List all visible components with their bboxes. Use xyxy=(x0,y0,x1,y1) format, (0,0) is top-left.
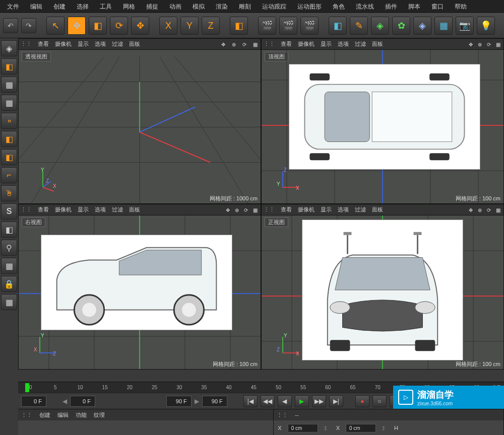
menu-snap[interactable]: 捕捉 xyxy=(141,1,163,13)
bp-menu-edit[interactable]: 编辑 xyxy=(57,411,69,419)
vp-menu-filter[interactable]: 过滤 xyxy=(355,206,366,213)
record-button[interactable]: ● xyxy=(355,395,369,407)
axis-y-button[interactable]: Y xyxy=(180,17,199,35)
coord-sys-button[interactable]: ◧ xyxy=(230,17,248,35)
scale-tool-button[interactable]: ◧ xyxy=(89,17,107,35)
vp-nav-icons[interactable]: ✥⊕⟳▦ xyxy=(465,41,501,47)
vp-menu-options[interactable]: 选项 xyxy=(95,206,106,213)
menu-render[interactable]: 渲染 xyxy=(211,1,233,13)
menu-pipeline[interactable]: 流水线 xyxy=(351,1,379,13)
vp-menu-display[interactable]: 显示 xyxy=(321,40,332,48)
spline-button[interactable]: ✎ xyxy=(350,17,368,35)
orbit-icon[interactable]: ⟳ xyxy=(485,207,492,213)
pan-icon[interactable]: ✥ xyxy=(467,207,474,213)
vp-menu-filter[interactable]: 过滤 xyxy=(112,206,123,213)
vp-menu-camera[interactable]: 摄像机 xyxy=(55,206,72,213)
tweak-button[interactable]: 🖱 xyxy=(1,185,17,201)
axis-button[interactable]: ⌐ xyxy=(1,167,17,183)
coord-x-input[interactable]: 0 cm xyxy=(288,424,318,432)
rotate-tool-button[interactable]: ⟳ xyxy=(110,17,128,35)
vp-nav-icons[interactable]: ✥ ⊕ ⟳ ▦ xyxy=(218,41,259,47)
vp-menu-panel[interactable]: 面板 xyxy=(129,40,140,48)
render-settings-button[interactable]: 🎬 xyxy=(279,17,297,35)
menu-edit[interactable]: 编辑 xyxy=(25,1,47,13)
menu-window[interactable]: 窗口 xyxy=(426,1,449,13)
stepper-icon[interactable]: ‡ xyxy=(324,425,330,431)
vp-menu-display[interactable]: 显示 xyxy=(321,206,332,213)
primitive-button[interactable]: ◧ xyxy=(329,17,347,35)
zoom-icon[interactable]: ⊕ xyxy=(476,207,483,213)
frame-end-field[interactable]: 90 F xyxy=(202,396,227,407)
max-icon[interactable]: ▦ xyxy=(494,207,501,213)
model-mode-button[interactable]: ◧ xyxy=(1,58,17,75)
magnet-button[interactable]: ⚲ xyxy=(1,240,17,256)
undo-button[interactable]: ↶ xyxy=(3,18,18,33)
snap-button[interactable]: S xyxy=(1,203,17,220)
vp-menu-camera[interactable]: 摄像机 xyxy=(298,40,314,48)
pan-icon[interactable]: ✥ xyxy=(224,207,231,213)
vp-menu-display[interactable]: 显示 xyxy=(78,206,89,213)
menu-create[interactable]: 创建 xyxy=(48,1,71,13)
pan-icon[interactable]: ✥ xyxy=(467,42,474,47)
viewport-top[interactable]: ⋮⋮ 查看 摄像机 显示 选项 过滤 面板 ✥⊕⟳▦ 顶视图 xyxy=(261,38,504,204)
lasttool-button[interactable]: ✥ xyxy=(131,17,149,35)
nurbs-button[interactable]: ◈ xyxy=(371,17,389,35)
grip-icon[interactable]: ⋮⋮ xyxy=(21,41,32,47)
edge-mode-button[interactable]: ◧ xyxy=(1,131,17,147)
pan-icon[interactable]: ✥ xyxy=(220,42,227,47)
grip-icon[interactable]: ⋮⋮ xyxy=(21,412,32,418)
playhead-marker[interactable] xyxy=(25,383,29,392)
make-editable-button[interactable]: ◈ xyxy=(1,40,17,56)
menu-tools[interactable]: 工具 xyxy=(95,1,117,13)
grip-icon[interactable]: ⋮⋮ xyxy=(264,206,275,213)
poly-mode-button[interactable]: ◧ xyxy=(1,149,17,165)
lock-button[interactable]: 🔒 xyxy=(1,276,17,292)
menu-sculpt[interactable]: 雕刻 xyxy=(234,1,256,13)
vp-menu-camera[interactable]: 摄像机 xyxy=(55,40,72,48)
max-icon[interactable]: ▦ xyxy=(251,42,259,47)
bp-menu-create[interactable]: 创建 xyxy=(39,411,50,419)
viewport-front[interactable]: ⋮⋮ 查看 摄像机 显示 选项 过滤 面板 ✥⊕⟳▦ 正视图 xyxy=(261,204,504,370)
vp-menu-filter[interactable]: 过滤 xyxy=(355,40,366,48)
grid-snap-button[interactable]: ▦ xyxy=(1,258,17,274)
menu-mograph[interactable]: 运动图形 xyxy=(292,1,327,13)
workplane2-button[interactable]: ◧ xyxy=(1,222,17,238)
menu-anim[interactable]: 动画 xyxy=(164,1,186,13)
vp-menu-panel[interactable]: 面板 xyxy=(129,206,140,213)
orbit-icon[interactable]: ⟳ xyxy=(241,42,248,47)
move-tool-button[interactable]: ✥ xyxy=(68,17,86,35)
vp-nav-icons[interactable]: ✥⊕⟳▦ xyxy=(222,207,259,213)
bp-menu-function[interactable]: 功能 xyxy=(76,411,87,419)
step-back-button[interactable]: ◀◀ xyxy=(261,395,275,407)
redo-button[interactable]: ↷ xyxy=(21,18,36,33)
menu-plugins[interactable]: 插件 xyxy=(380,1,402,13)
zoom-icon[interactable]: ⊕ xyxy=(233,207,240,213)
menu-scripts[interactable]: 脚本 xyxy=(403,1,425,13)
vp-menu-panel[interactable]: 面板 xyxy=(372,206,383,213)
vp-menu-view[interactable]: 查看 xyxy=(38,206,49,213)
grip-icon[interactable]: ⋮⋮ xyxy=(21,206,32,213)
vp-nav-icons[interactable]: ✥⊕⟳▦ xyxy=(465,207,501,213)
vp-menu-options[interactable]: 选项 xyxy=(95,40,106,48)
orbit-icon[interactable]: ⟳ xyxy=(242,207,249,213)
range-end-field[interactable]: 90 F xyxy=(166,396,192,407)
vp-menu-view[interactable]: 查看 xyxy=(281,40,292,48)
range-start-field[interactable]: 0 F xyxy=(70,396,95,407)
bp-menu-texture[interactable]: 纹理 xyxy=(94,411,105,419)
camera-button[interactable]: 📷 xyxy=(456,17,474,35)
environment-button[interactable]: ▦ xyxy=(434,17,453,35)
axis-x-button[interactable]: X xyxy=(159,17,177,35)
stepper-icon[interactable]: ‡ xyxy=(382,425,388,431)
vp-menu-display[interactable]: 显示 xyxy=(78,40,89,48)
menu-motrack[interactable]: 运动跟踪 xyxy=(257,1,291,13)
goto-end-button[interactable]: ▶| xyxy=(329,395,343,407)
texture-mode-button[interactable]: ▦ xyxy=(1,77,17,93)
grip-icon[interactable]: ⋮⋮ xyxy=(277,412,288,418)
autokey-button[interactable]: ○ xyxy=(372,395,387,407)
play-button[interactable]: ▶ xyxy=(295,395,309,407)
grip-icon[interactable]: ⋮⋮ xyxy=(264,41,275,47)
quantize-button[interactable]: ▦ xyxy=(1,294,17,310)
render-queue-button[interactable]: 🎬 xyxy=(300,17,319,35)
menu-file[interactable]: 文件 xyxy=(2,1,24,13)
render-button[interactable]: 🎬 xyxy=(258,17,276,35)
